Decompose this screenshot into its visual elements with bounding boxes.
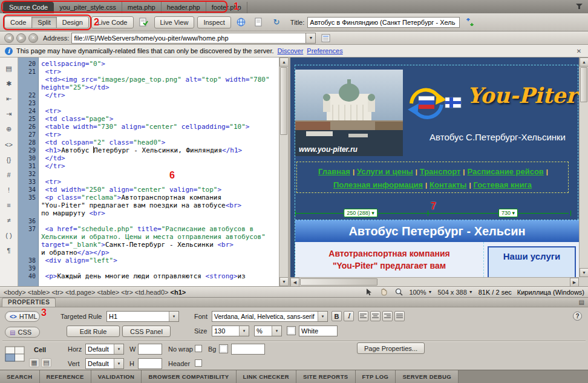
code-line[interactable]: <p>Каждый день многие люди отправляются … xyxy=(41,272,288,280)
code-line[interactable]: и обратно</a></p> xyxy=(41,249,288,257)
code-line[interactable] xyxy=(41,170,288,178)
wrap-tag-icon[interactable]: ( ) xyxy=(2,230,15,240)
header-checkbox[interactable] xyxy=(195,359,202,367)
html-properties-toggle[interactable]: <> HTML xyxy=(5,311,40,322)
scroll-thumb[interactable] xyxy=(280,67,287,135)
check-browser-compatibility-icon[interactable] xyxy=(137,16,151,28)
code-view-button[interactable]: Code xyxy=(4,16,32,28)
code-line[interactable]: Хельсинки и обратно. Цены и места отправ… xyxy=(41,233,288,241)
bold-button[interactable]: B xyxy=(332,311,342,321)
code-line[interactable] xyxy=(41,264,288,272)
code-line[interactable]: <td colspan="2" class="head0"> xyxy=(41,139,288,146)
window-size-select[interactable]: 504 x 388 ▼ xyxy=(437,289,472,296)
size-select[interactable]: 130 xyxy=(212,326,249,336)
related-file-tab[interactable]: header.php xyxy=(162,2,206,13)
code-line[interactable]: по маршруту <br> xyxy=(41,209,288,217)
address-input[interactable] xyxy=(71,33,306,44)
code-line[interactable]: <tr> xyxy=(41,131,288,139)
bottom-tab-validation[interactable]: VALIDATION xyxy=(91,370,142,383)
promo-cell[interactable]: Автотранспортная компания "You-Piter" пр… xyxy=(295,242,484,277)
zoom-level-select[interactable]: 100% ▼ xyxy=(409,289,432,296)
align-justify-button[interactable] xyxy=(394,311,405,321)
cell-height-input[interactable] xyxy=(138,358,162,369)
scroll-right-icon[interactable]: ▶ xyxy=(570,278,579,286)
tag-selector-item[interactable]: <h1> xyxy=(171,289,186,296)
file-management-icon[interactable] xyxy=(463,16,477,28)
services-cell[interactable]: Наши услуги xyxy=(488,246,576,277)
horz-select[interactable]: Default xyxy=(85,344,124,355)
design-view-pane[interactable]: www.you-piter.ru Yo xyxy=(290,57,588,286)
design-view-button[interactable]: Design xyxy=(56,16,89,28)
source-code-tab[interactable]: Source Code xyxy=(3,2,54,13)
css-panel-button[interactable]: CSS Panel xyxy=(122,326,171,337)
bottom-tab-browser-compatibility[interactable]: BROWSER COMPATIBILITY xyxy=(142,370,236,383)
scroll-up-icon[interactable]: ▲ xyxy=(580,57,588,67)
line-numbers-icon[interactable]: # xyxy=(2,169,15,180)
tag-selector-item[interactable]: <table> xyxy=(28,289,50,296)
size-unit-select[interactable]: % xyxy=(254,326,282,336)
open-documents-icon[interactable]: ▤ xyxy=(2,64,15,74)
cell-width-input[interactable] xyxy=(138,344,162,355)
code-line[interactable]: </td> xyxy=(41,154,288,162)
css-properties-toggle[interactable]: ▤ CSS xyxy=(5,327,40,338)
bottom-tab-search[interactable]: SEARCH xyxy=(0,370,40,383)
bg-color-well[interactable] xyxy=(219,344,228,353)
back-icon[interactable]: ◀ xyxy=(4,33,14,43)
table-width-bar[interactable]: 250 (288) ▾730 ▾ xyxy=(295,209,569,217)
scroll-thumb[interactable] xyxy=(580,67,587,102)
split-view-button[interactable]: Split xyxy=(31,16,56,28)
bottom-tab-ftp-log[interactable]: FTP LOG xyxy=(356,370,396,383)
code-line[interactable]: <td class="page"> xyxy=(41,115,288,123)
discover-link[interactable]: Discover xyxy=(278,47,304,54)
no-wrap-checkbox[interactable] xyxy=(195,345,202,352)
zoom-tool-icon[interactable] xyxy=(394,287,403,296)
select-parent-tag-icon[interactable]: <> xyxy=(2,139,15,149)
properties-tab[interactable]: PROPERTIES xyxy=(2,298,56,307)
tag-selector-item[interactable]: <body> xyxy=(4,289,26,296)
nav-link[interactable]: Полезная информация xyxy=(333,180,423,189)
merge-cells-icon[interactable]: ▦ xyxy=(29,358,39,367)
code-line[interactable]: <div align="left"> xyxy=(41,257,288,264)
forward-icon[interactable]: ▶ xyxy=(16,33,26,43)
live-code-button[interactable]: Live Code xyxy=(91,16,134,28)
show-code-navigator-icon[interactable]: ✱ xyxy=(2,79,15,89)
font-select[interactable]: Verdana, Arial, Helvetica, sans-serif xyxy=(212,311,328,322)
browse-options-icon[interactable] xyxy=(318,31,333,44)
select-tool-icon[interactable] xyxy=(364,287,373,296)
nav-link[interactable]: Гостевая книга xyxy=(473,180,532,189)
nav-link[interactable]: Расписание рейсов xyxy=(467,167,543,176)
code-line[interactable]: cellspacing="0"> xyxy=(41,60,288,68)
edit-rule-button[interactable]: Edit Rule xyxy=(67,326,120,337)
design-horizontal-scrollbar[interactable]: ◀ ▶ xyxy=(290,277,579,286)
code-line[interactable]: <table width="730" align="center" cellpa… xyxy=(41,123,288,131)
code-line[interactable] xyxy=(41,99,288,107)
code-line[interactable]: target="_blank">Санкт-Петербург - Хельси… xyxy=(41,241,288,249)
preferences-link[interactable]: Preferences xyxy=(307,47,342,54)
code-line[interactable]: "You-Piter" предлагает вам поездки на ав… xyxy=(41,201,288,209)
scroll-down-icon[interactable]: ▼ xyxy=(580,268,588,277)
bottom-tab-site-reports[interactable]: SITE REPORTS xyxy=(296,370,355,383)
refresh-design-view-icon[interactable]: ↻ xyxy=(269,16,284,28)
code-line[interactable]: <h1>Автобус Петербург - Хельсинки, Финля… xyxy=(41,146,288,154)
collapse-selection-icon[interactable]: ⇥ xyxy=(2,109,15,119)
highlight-invalid-code-icon[interactable]: ! xyxy=(2,185,15,195)
code-editor[interactable]: cellspacing="0"> <tr> <td><img src="imag… xyxy=(39,57,288,286)
code-line[interactable]: <tr> xyxy=(41,178,288,186)
table-width-label[interactable]: 730 ▾ xyxy=(498,209,518,217)
expand-all-icon[interactable]: ⊕ xyxy=(2,124,15,134)
document-title-input[interactable] xyxy=(307,17,460,28)
tag-selector-item[interactable]: <td.head0> xyxy=(135,289,169,296)
stop-icon[interactable]: ✕ xyxy=(28,33,38,43)
live-view-button[interactable]: Live View xyxy=(154,16,195,28)
scroll-thumb[interactable] xyxy=(300,278,377,286)
vert-select[interactable]: Default xyxy=(85,358,124,369)
apply-comment-icon[interactable]: ≡ xyxy=(2,200,15,210)
code-line[interactable]: <p class="reclama">Автотранспортная комп… xyxy=(41,194,288,201)
nav-link[interactable]: Главная xyxy=(318,167,350,176)
filter-related-files-icon[interactable] xyxy=(576,4,583,10)
align-left-button[interactable] xyxy=(358,311,368,321)
nav-link[interactable]: Услуги и цены xyxy=(357,167,413,176)
code-line[interactable] xyxy=(41,217,288,225)
validate-markup-icon[interactable] xyxy=(252,16,266,28)
code-line[interactable]: </tr> xyxy=(41,91,288,99)
